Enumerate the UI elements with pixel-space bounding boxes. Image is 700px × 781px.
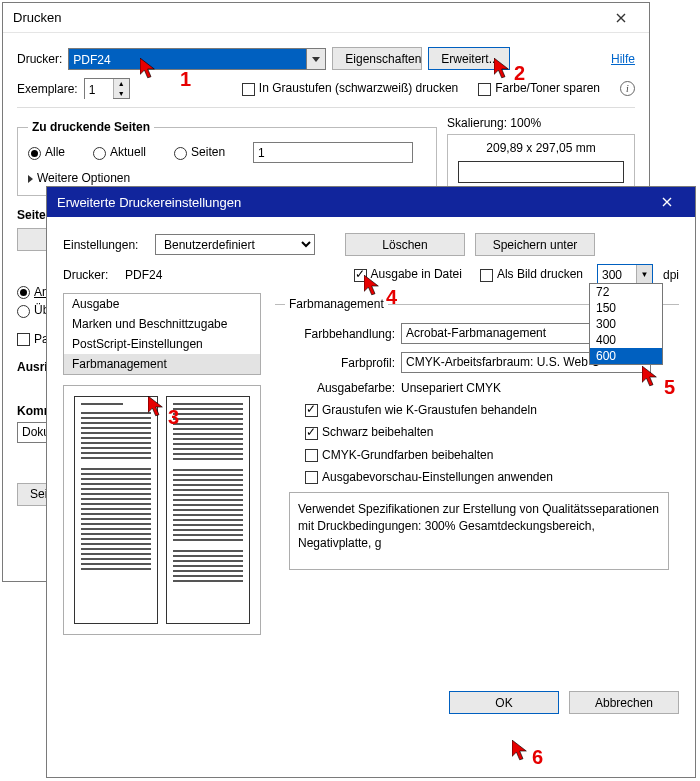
close-button[interactable] — [601, 4, 641, 32]
scaling-label: Skalierung: 100% — [447, 116, 635, 130]
dpi-value: 300 — [602, 268, 622, 282]
nav-item-marks[interactable]: Marken und Beschnittzugabe — [64, 314, 260, 334]
chk-black[interactable]: Schwarz beibehalten — [305, 425, 669, 439]
checkbox-icon — [305, 449, 318, 462]
chevron-down-icon: ▼ — [636, 265, 652, 284]
cancel-button[interactable]: Abbrechen — [569, 691, 679, 714]
checkbox-icon — [305, 404, 318, 417]
spin-up-icon[interactable]: ▲ — [114, 79, 129, 89]
print-image-option[interactable]: Als Bild drucken — [480, 267, 583, 281]
advanced-button[interactable]: Erweitert... — [428, 47, 510, 70]
adv-printer-value: PDF24 — [125, 268, 162, 282]
help-link[interactable]: Hilfe — [611, 52, 635, 66]
grayscale-option[interactable]: In Graustufen (schwarzweiß) drucken — [242, 81, 458, 95]
spin-down-icon[interactable]: ▼ — [114, 89, 129, 99]
pages-legend: Zu druckende Seiten — [28, 120, 154, 134]
dpi-dropdown[interactable]: 72 150 300 400 600 — [589, 283, 663, 365]
advanced-dialog: Erweiterte Druckereinstellungen Einstell… — [46, 186, 696, 778]
color-handling-label: Farbbehandlung: — [285, 327, 395, 341]
advanced-titlebar: Erweiterte Druckereinstellungen — [47, 187, 695, 217]
dpi-option-600[interactable]: 600 — [590, 348, 662, 364]
ok-button[interactable]: OK — [449, 691, 559, 714]
checkbox-icon — [478, 83, 491, 96]
advanced-title: Erweiterte Druckereinstellungen — [57, 195, 241, 210]
scaling-box: 209,89 x 297,05 mm — [447, 134, 635, 190]
radio-icon — [174, 147, 187, 160]
saveas-button[interactable]: Speichern unter — [475, 233, 595, 256]
checkbox-icon — [354, 269, 367, 282]
nav-listbox[interactable]: Ausgabe Marken und Beschnittzugabe PostS… — [63, 293, 261, 375]
output-color-value: Unsepariert CMYK — [401, 381, 501, 395]
more-options[interactable]: Weitere Optionen — [28, 171, 426, 185]
scaling-dimensions: 209,89 x 297,05 mm — [458, 141, 624, 155]
chevron-right-icon — [28, 175, 33, 183]
settings-select[interactable]: Benutzerdefiniert — [155, 234, 315, 255]
description-box: Verwendet Spezifikationen zur Erstellung… — [289, 492, 669, 570]
pages-input[interactable] — [253, 142, 413, 163]
checkbox-icon — [305, 427, 318, 440]
seite-small-button[interactable] — [17, 228, 47, 251]
color-profile-label: Farbprofil: — [285, 356, 395, 370]
chk-gray-k[interactable]: Graustufen wie K-Graustufen behandeln — [305, 403, 669, 417]
nav-item-colormgmt[interactable]: Farbmanagement — [64, 354, 260, 374]
dpi-select[interactable]: 300 ▼ — [597, 264, 653, 285]
radio-icon — [17, 305, 30, 318]
adv-printer-label: Drucker: — [63, 268, 115, 282]
radio-icon — [93, 147, 106, 160]
printer-label: Drucker: — [17, 52, 62, 66]
colormgmt-legend: Farbmanagement — [285, 297, 388, 311]
checkbox-icon — [480, 269, 493, 282]
nav-item-postscript[interactable]: PostScript-Einstellungen — [64, 334, 260, 354]
radio-pages[interactable]: Seiten — [174, 145, 225, 159]
chk-output-preview[interactable]: Ausgabevorschau-Einstellungen anwenden — [305, 470, 669, 484]
checkbox-icon — [305, 471, 318, 484]
printer-select[interactable]: PDF24 — [68, 48, 326, 70]
properties-button[interactable]: Eigenschaften — [332, 47, 422, 70]
pages-fieldset: Zu druckende Seiten Alle Aktuell Seiten … — [17, 120, 437, 196]
close-icon — [616, 13, 626, 23]
dpi-unit: dpi — [663, 268, 679, 282]
checkbox-icon — [242, 83, 255, 96]
savetoner-option[interactable]: Farbe/Toner sparen — [478, 81, 600, 95]
radio-icon — [17, 286, 30, 299]
dpi-option-72[interactable]: 72 — [590, 284, 662, 300]
preview-page — [166, 396, 250, 624]
close-icon — [662, 197, 672, 207]
chk-cmyk-primary[interactable]: CMYK-Grundfarben beibehalten — [305, 448, 669, 462]
dpi-option-300[interactable]: 300 — [590, 316, 662, 332]
close-button[interactable] — [647, 188, 687, 216]
copies-label: Exemplare: — [17, 82, 78, 96]
copies-spinner[interactable]: ▲▼ — [84, 78, 130, 99]
copies-input[interactable] — [85, 79, 113, 100]
dpi-option-400[interactable]: 400 — [590, 332, 662, 348]
delete-button[interactable]: Löschen — [345, 233, 465, 256]
nav-item-output[interactable]: Ausgabe — [64, 294, 260, 314]
preview-box — [63, 385, 261, 635]
dpi-option-150[interactable]: 150 — [590, 300, 662, 316]
preview-page — [74, 396, 158, 624]
print-title: Drucken — [13, 10, 61, 25]
radio-icon — [28, 147, 41, 160]
info-icon[interactable]: i — [620, 81, 635, 96]
output-file-option[interactable]: Ausgabe in Datei — [354, 267, 462, 281]
settings-label: Einstellungen: — [63, 238, 145, 252]
output-color-label: Ausgabefarbe: — [285, 381, 395, 395]
print-titlebar: Drucken — [3, 3, 649, 33]
radio-current[interactable]: Aktuell — [93, 145, 146, 159]
checkbox-icon — [17, 333, 30, 346]
radio-all[interactable]: Alle — [28, 145, 65, 159]
